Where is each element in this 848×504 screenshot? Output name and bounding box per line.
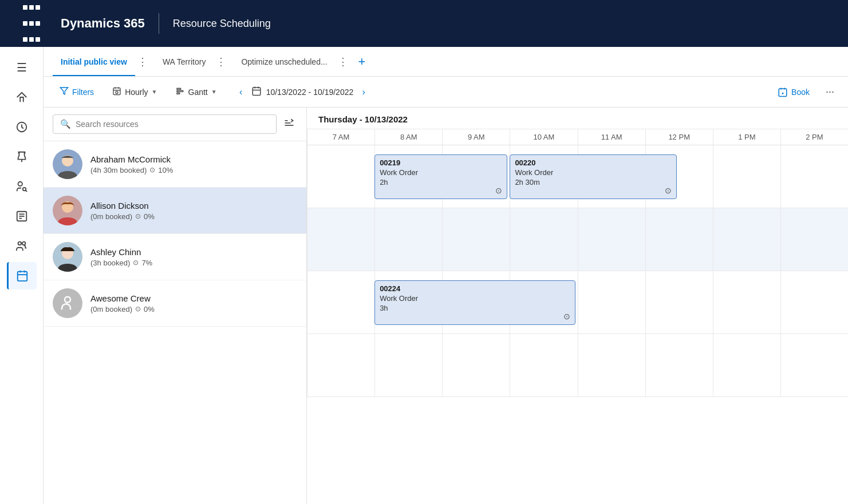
tab-initial-public-view-more[interactable]: ⋮ (135, 55, 150, 68)
filters-button[interactable]: Filters (53, 83, 101, 101)
tab-bar: Initial public view ⋮ WA Territory ⋮ Opt… (44, 47, 848, 77)
resource-name: Awesome Crew (90, 293, 297, 303)
avatar (53, 242, 82, 272)
gantt-icon (176, 86, 185, 97)
tab-optimize-unscheduled[interactable]: Optimize unscheduled... (233, 47, 335, 76)
resource-meta: (0m booked) ⊙ 0% (90, 212, 297, 221)
resource-meta: (0m booked) ⊙ 0% (90, 305, 297, 313)
tab-wa-territory-label: WA Territory (163, 57, 206, 66)
hourly-chevron-icon: ▼ (152, 89, 157, 95)
tab-optimize-unscheduled-more[interactable]: ⋮ (336, 55, 350, 68)
wo-duration: 3h (380, 304, 570, 312)
sidebar-item-menu[interactable]: ☰ (7, 54, 37, 81)
sidebar-item-orders[interactable] (7, 203, 37, 230)
wo-number: 00224 (380, 284, 570, 293)
svg-rect-11 (18, 272, 27, 281)
prev-date-button[interactable]: ‹ (233, 84, 249, 100)
nav-divider (159, 13, 159, 34)
gantt-col (374, 334, 442, 396)
resource-utilization: 0% (144, 212, 155, 221)
work-order-00224[interactable]: 00224 Work Order 3h ⊙ (374, 280, 575, 325)
gantt-col (780, 271, 848, 334)
resource-name: Abraham McCormick (90, 154, 297, 164)
module-title: Resource Scheduling (173, 18, 271, 30)
gantt-hour-10am: 10 AM (510, 129, 577, 145)
tab-wa-territory-more[interactable]: ⋮ (214, 55, 228, 68)
sidebar-item-home[interactable] (7, 84, 37, 111)
hourly-label: Hourly (125, 88, 148, 97)
gantt-col (578, 271, 645, 334)
svg-marker-15 (60, 88, 68, 94)
sidebar-item-resources[interactable] (7, 173, 37, 200)
svg-point-9 (18, 242, 21, 245)
gantt-date-label: Thursday - 10/13/2022 (307, 112, 848, 129)
svg-point-42 (65, 297, 70, 303)
sort-button[interactable] (281, 115, 297, 134)
main-layout: ☰ Initial p (0, 47, 848, 504)
top-nav: Dynamics 365 Resource Scheduling (0, 0, 848, 47)
gantt-label: Gantt (188, 88, 208, 97)
clock-icon: ⊙ (665, 186, 672, 195)
next-date-button[interactable]: › (356, 84, 372, 100)
gantt-resource-row-2: 00224 Work Order 3h ⊙ (307, 271, 848, 334)
gantt-col (578, 334, 645, 396)
avatar (53, 288, 82, 318)
gantt-row-inner (307, 334, 848, 396)
gantt-row-inner (307, 208, 848, 271)
work-order-00220[interactable]: 00220 Work Order 2h 30m ⊙ (510, 154, 676, 199)
tab-initial-public-view[interactable]: Initial public view (53, 47, 135, 76)
gantt-body: 00219 Work Order 2h ⊙ 00220 Work Order 2… (307, 145, 848, 504)
gantt-col (307, 334, 374, 396)
resource-booked: (4h 30m booked) (90, 166, 147, 174)
sidebar-item-schedule[interactable] (7, 262, 37, 289)
resource-row[interactable]: Allison Dickson (0m booked) ⊙ 0% (44, 188, 306, 234)
wo-duration: 2h (380, 178, 502, 186)
date-range-text: 10/13/2022 - 10/19/2022 (266, 88, 354, 97)
wo-duration: 2h 30m (515, 178, 671, 186)
gantt-col (780, 208, 848, 271)
filters-label: Filters (72, 88, 94, 97)
resource-panel: 🔍 (44, 108, 307, 504)
book-button[interactable]: Book (771, 84, 817, 101)
resource-row[interactable]: Abraham McCormick (4h 30m booked) ⊙ 10% (44, 141, 306, 188)
gantt-col (713, 208, 780, 271)
content-area: Initial public view ⋮ WA Territory ⋮ Opt… (44, 47, 848, 504)
gantt-dropdown-button[interactable]: Gantt ▼ (169, 83, 224, 101)
resource-row[interactable]: Ashley Chinn (3h booked) ⊙ 7% (44, 234, 306, 280)
hourly-dropdown-button[interactable]: Hourly ▼ (105, 83, 164, 101)
resource-utilization: 7% (141, 259, 152, 267)
gantt-hour-2pm: 2 PM (780, 129, 848, 145)
wo-type: Work Order (380, 168, 502, 177)
schedule-area: 🔍 (44, 108, 848, 504)
gantt-col (374, 208, 442, 271)
sidebar-item-pinned[interactable] (7, 143, 37, 170)
tab-wa-territory[interactable]: WA Territory (155, 47, 214, 76)
clock-icon: ⊙ (149, 166, 155, 174)
app-grid-icon[interactable] (11, 0, 52, 47)
gantt-col (442, 208, 510, 271)
tab-add-button[interactable]: + (353, 54, 372, 69)
toolbar-more-button[interactable]: ··· (821, 82, 839, 101)
gantt-col (713, 334, 780, 396)
filter-icon (60, 86, 69, 97)
search-input[interactable] (76, 120, 269, 129)
avatar (53, 149, 82, 179)
gantt-col (645, 334, 713, 396)
wo-number: 00220 (515, 158, 671, 167)
date-navigation: ‹ 10/13/2022 - 10/19/2022 › (233, 84, 372, 100)
gantt-panel: Thursday - 10/13/2022 7 AM 8 AM 9 AM 10 … (307, 108, 848, 504)
clock-icon: ⊙ (563, 312, 570, 321)
work-order-00219[interactable]: 00219 Work Order 2h ⊙ (374, 154, 507, 199)
gantt-chevron-icon: ▼ (211, 89, 217, 95)
tab-initial-public-view-label: Initial public view (61, 57, 127, 66)
sidebar-item-recent[interactable] (7, 113, 37, 141)
search-box[interactable]: 🔍 (53, 114, 277, 134)
wo-type: Work Order (515, 168, 671, 177)
resource-booked: (3h booked) (90, 259, 130, 267)
sidebar: ☰ (0, 47, 44, 504)
resource-row[interactable]: Awesome Crew (0m booked) ⊙ 0% (44, 280, 306, 327)
sidebar-item-crews[interactable] (7, 232, 37, 260)
clock-icon: ⊙ (495, 186, 502, 195)
gantt-hour-1pm: 1 PM (713, 129, 780, 145)
gantt-col (307, 145, 374, 208)
